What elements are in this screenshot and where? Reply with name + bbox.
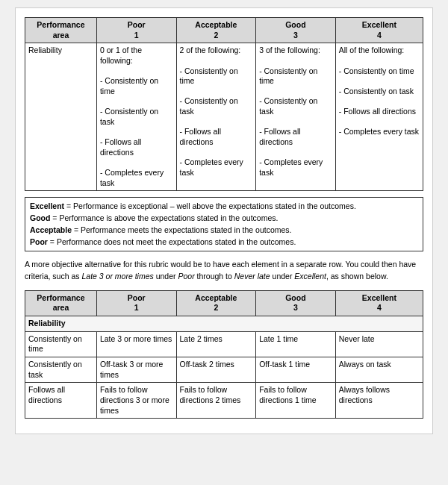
rubric-table-2: Performancearea Poor1 Acceptable2 Good3 … [25, 290, 423, 419]
header2-excellent: Excellent4 [335, 290, 423, 316]
cell-excellent-directions: Always follows directions [335, 383, 423, 419]
cell-acceptable-directions: Fails to follow directions 2 times [176, 383, 256, 419]
section-header-reliability: Reliability [25, 316, 423, 332]
cell-area-directions: Follows all directions [25, 383, 97, 419]
section-label: Reliability [25, 316, 423, 332]
table-row: Consistently on task Off-task 3 or more … [25, 357, 423, 382]
cell-poor: 0 or 1 of the following: - Consistently … [96, 43, 176, 191]
cell-acceptable-task: Off-task 2 times [176, 357, 256, 382]
cell-good: 3 of the following: - Consistently on ti… [256, 43, 336, 191]
legend-box: Excellent = Performance is exceptional –… [25, 197, 423, 251]
description-text: A more objective alternative for this ru… [25, 259, 423, 283]
legend-poor: Poor = Performance does not meet the exp… [30, 237, 418, 248]
cell-poor-task: Off-task 3 or more times [96, 357, 176, 382]
table-row: Follows all directions Fails to follow d… [25, 383, 423, 419]
header-acceptable: Acceptable2 [176, 18, 256, 43]
table-row: Reliability 0 or 1 of the following: - C… [25, 43, 423, 191]
legend-acceptable: Acceptable = Performance meets the expec… [30, 225, 418, 237]
cell-good-task: Off-task 1 time [256, 357, 336, 382]
header-excellent: Excellent4 [335, 18, 423, 43]
cell-area-task: Consistently on task [25, 357, 97, 382]
header2-acceptable: Acceptable2 [176, 290, 256, 316]
header-poor: Poor1 [96, 18, 176, 43]
legend-good: Good = Performance is above the expectat… [30, 213, 418, 225]
cell-good-time: Late 1 time [256, 331, 336, 357]
header2-poor: Poor1 [96, 290, 176, 316]
cell-good-directions: Fails to follow directions 1 time [256, 383, 336, 419]
cell-area: Reliability [25, 43, 97, 191]
rubric-table-1: Performancearea Poor1 Acceptable2 Good3 … [25, 17, 423, 191]
header2-performance-area: Performancearea [25, 290, 97, 316]
table-row: Consistently on time Late 3 or more time… [25, 331, 423, 357]
cell-poor-directions: Fails to follow directions 3 or more tim… [96, 383, 176, 419]
header2-good: Good3 [256, 290, 336, 316]
legend-excellent: Excellent = Performance is exceptional –… [30, 201, 418, 213]
cell-acceptable: 2 of the following: - Consistently on ti… [176, 43, 256, 191]
header-performance-area: Performancearea [25, 18, 97, 43]
cell-area-time: Consistently on time [25, 331, 97, 357]
page-container: Performancearea Poor1 Acceptable2 Good3 … [15, 7, 433, 434]
cell-poor-time: Late 3 or more times [96, 331, 176, 357]
cell-excellent: All of the following: - Consistently on … [335, 43, 423, 191]
cell-excellent-task: Always on task [335, 357, 423, 382]
header-good: Good3 [256, 18, 336, 43]
cell-acceptable-time: Late 2 times [176, 331, 256, 357]
cell-excellent-time: Never late [335, 331, 423, 357]
